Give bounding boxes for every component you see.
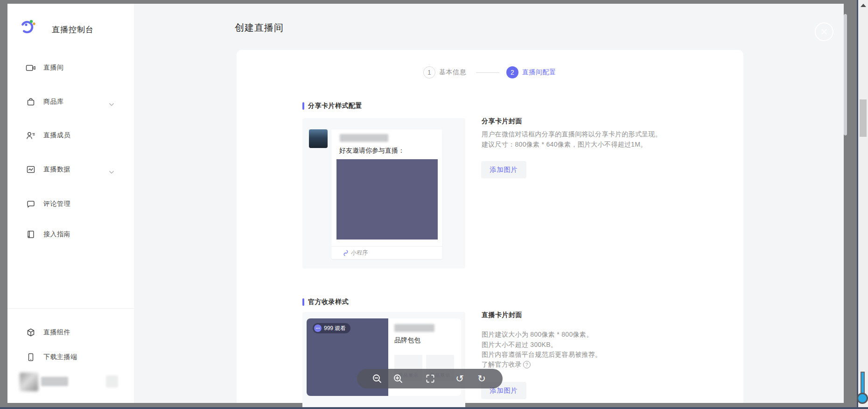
stepper-step-room-config[interactable]: 2 直播间配置 bbox=[506, 66, 556, 78]
image-viewer-toolbar: ↺ ↻ bbox=[357, 369, 503, 388]
sidebar-item-live-rooms[interactable]: 直播间 bbox=[19, 61, 126, 75]
help-link-label: 了解官方收录 bbox=[482, 360, 522, 369]
rotate-left-icon[interactable]: ↺ bbox=[455, 374, 465, 384]
account-extra-redacted bbox=[106, 375, 118, 388]
window-border-bottom bbox=[0, 407, 868, 409]
account-avatar[interactable] bbox=[20, 373, 38, 391]
chat-card-divider bbox=[331, 246, 442, 247]
sidebar-item-live-data[interactable]: 直播数据 bbox=[19, 162, 126, 176]
phone-icon bbox=[26, 352, 36, 362]
sidebar-item-integration-guide[interactable]: 接入指南 bbox=[19, 227, 126, 241]
cube-icon bbox=[26, 327, 36, 338]
sidebar-item-live-members[interactable]: 直播成员 bbox=[19, 128, 126, 142]
add-image-button-share[interactable]: 添加图片 bbox=[481, 161, 526, 178]
rotate-right-icon[interactable]: ↻ bbox=[476, 374, 487, 384]
guide-book-icon bbox=[26, 229, 36, 240]
cursor-indicator-dot bbox=[857, 393, 868, 404]
sidebar-item-label: 评论管理 bbox=[43, 200, 70, 208]
sidebar-item-product-library[interactable]: 商品库 bbox=[19, 95, 126, 109]
live-status-icon bbox=[314, 324, 322, 332]
sidebar-item-live-components[interactable]: 直播组件 bbox=[19, 325, 126, 339]
step-number: 1 bbox=[423, 66, 435, 78]
official-info-line3: 图片内容遵循平台规范后更容易被推荐。 bbox=[482, 351, 602, 359]
page-scrollbar-thumb[interactable] bbox=[844, 14, 847, 135]
live-room-title: 品牌包包 bbox=[394, 336, 420, 345]
browser-scrollbar-thumb[interactable] bbox=[860, 99, 867, 137]
share-section-heading: 分享卡片样式配置 bbox=[308, 102, 362, 110]
zoom-out-icon[interactable] bbox=[372, 374, 382, 384]
members-icon bbox=[26, 130, 36, 141]
app-logo-icon bbox=[19, 18, 36, 35]
sidebar-item-label: 直播成员 bbox=[43, 131, 70, 140]
official-info-line2: 图片大小不超过 300KB。 bbox=[482, 341, 557, 349]
sidebar-item-label: 直播组件 bbox=[43, 328, 70, 337]
viewers-count: 999 观看 bbox=[324, 324, 346, 332]
official-info-title: 直播卡片封面 bbox=[482, 311, 522, 319]
step-label: 直播间配置 bbox=[522, 68, 556, 77]
mini-program-label: 小程序 bbox=[351, 249, 368, 257]
zoom-in-icon[interactable] bbox=[393, 374, 403, 384]
modal-title: 创建直播间 bbox=[235, 21, 284, 34]
step-number: 2 bbox=[506, 66, 518, 78]
chat-title-redacted bbox=[340, 134, 388, 142]
close-button[interactable] bbox=[815, 22, 833, 41]
sidebar-item-download-broadcaster[interactable]: 下载主播端 bbox=[19, 350, 126, 364]
comment-bubble-icon bbox=[26, 199, 36, 209]
sidebar-item-label: 接入指南 bbox=[43, 230, 70, 239]
sidebar-item-label: 商品库 bbox=[43, 98, 64, 106]
chevron-down-icon bbox=[109, 168, 114, 176]
video-camera-icon bbox=[26, 63, 36, 73]
invite-text: 好友邀请你参与直播： bbox=[339, 147, 405, 155]
sidebar-item-label: 下载主播端 bbox=[43, 353, 77, 361]
stepper-step-basic-info[interactable]: 1 基本信息 bbox=[423, 66, 466, 78]
stepper-connector bbox=[476, 72, 499, 73]
sidebar-item-comment-management[interactable]: 评论管理 bbox=[19, 197, 126, 211]
official-listing-help-link[interactable]: 了解官方收录 ? bbox=[482, 360, 531, 369]
window-frame: 直播控制台 直播间 商品库 直播成员 直播数据 bbox=[0, 0, 868, 409]
share-info-line1: 用户在微信对话框内分享的直播间将以分享卡片的形式呈现。 bbox=[482, 130, 662, 139]
step-label: 基本信息 bbox=[439, 68, 466, 77]
app-title: 直播控制台 bbox=[52, 24, 94, 35]
question-circle-icon: ? bbox=[523, 361, 531, 368]
official-section-heading: 官方收录样式 bbox=[308, 298, 349, 306]
sidebar-divider bbox=[7, 308, 134, 309]
viewers-badge: 999 观看 bbox=[313, 323, 350, 333]
share-info-title: 分享卡片封面 bbox=[482, 117, 522, 126]
chart-icon bbox=[26, 164, 36, 175]
official-info-line1: 图片建议大小为 800像素 * 800像素。 bbox=[482, 331, 593, 339]
share-cover-placeholder bbox=[336, 159, 438, 240]
share-avatar-image bbox=[309, 129, 328, 148]
scrollbar-up-arrow-icon[interactable] bbox=[861, 4, 866, 7]
live-title-redacted bbox=[394, 324, 434, 332]
browser-scrollbar-track[interactable] bbox=[858, 0, 868, 407]
fullscreen-icon[interactable] bbox=[425, 374, 435, 384]
close-icon bbox=[820, 28, 828, 35]
mini-program-icon bbox=[343, 250, 349, 256]
section-accent-bar bbox=[302, 102, 304, 110]
shopping-bag-icon bbox=[26, 97, 36, 107]
sidebar-item-label: 直播间 bbox=[43, 63, 64, 72]
share-info-line2: 建议尺寸：800像素 * 640像素，图片大小不得超过1M。 bbox=[482, 141, 647, 149]
chat-card-footer: 小程序 bbox=[343, 249, 368, 257]
section-accent-bar bbox=[302, 298, 304, 306]
chevron-down-icon bbox=[109, 100, 114, 108]
account-name-redacted bbox=[41, 377, 68, 386]
sidebar-item-label: 直播数据 bbox=[43, 165, 70, 174]
